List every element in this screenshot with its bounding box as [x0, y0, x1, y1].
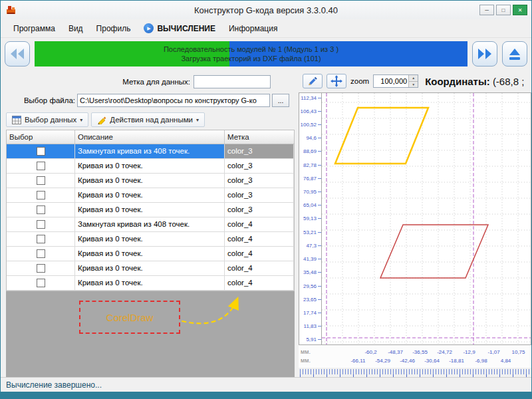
close-button[interactable]: ✕	[513, 5, 527, 15]
edit-button[interactable]	[303, 74, 323, 88]
horizontal-ruler-label: -60,2	[358, 349, 383, 355]
app-icon	[6, 5, 17, 15]
row-select-cell	[7, 217, 75, 231]
annotation-arrow	[6, 291, 295, 377]
window-border-bottom	[1, 392, 531, 398]
row-checkbox[interactable]	[37, 249, 45, 258]
row-select-cell	[7, 247, 75, 261]
spinner-buttons: ▲ ▼	[408, 75, 418, 87]
data-label-input[interactable]	[194, 75, 271, 88]
horizontal-ruler-label: -54,29	[370, 358, 395, 364]
vertical-ruler-label: 41,39	[299, 256, 321, 263]
menu-vychislenie[interactable]: ▶ ВЫЧИСЛЕНИЕ	[138, 21, 221, 36]
horizontal-ruler-label: -30,64	[420, 358, 444, 364]
table-row[interactable]: Кривая из 0 точек.color_4	[7, 247, 294, 261]
row-checkbox[interactable]	[37, 176, 45, 185]
data-toolbar: Выбор данных ▾ Действия над данными ▾	[6, 111, 295, 128]
yellow-parallelogram[interactable]	[335, 108, 428, 164]
row-select-cell	[7, 174, 75, 188]
row-select-cell	[7, 188, 75, 202]
unit-label-mm: мм.	[301, 348, 321, 356]
vertical-ruler-label: 47,3	[299, 242, 321, 249]
table-row[interactable]: Замкнутая кривая из 408 точек.color_3	[7, 144, 294, 159]
statusbar: Вычисление завершено...	[1, 377, 531, 392]
module-progress-bar: Последовательность модулей № 1 (Модуль 1…	[35, 41, 467, 66]
row-checkbox[interactable]	[37, 279, 45, 287]
row-select-cell	[7, 203, 75, 217]
row-description: Замкнутая кривая из 408 точек.	[75, 217, 225, 231]
row-select-cell	[7, 261, 75, 275]
row-description: Кривая из 0 точек.	[75, 247, 225, 261]
canvas-wrap: 112,34106,43100,5294,688,6982,7876,8770,…	[299, 92, 531, 345]
pencil-yellow-icon	[97, 115, 106, 124]
table-row[interactable]: Замкнутая кривая из 408 точек.color_4	[7, 217, 294, 232]
table-row[interactable]: Кривая из 0 точек.color_4	[7, 276, 294, 291]
horizontal-ruler-label: -18,81	[444, 358, 469, 364]
prev-module-button[interactable]	[5, 41, 30, 66]
vertical-ruler-label: 5,91	[299, 336, 321, 343]
row-checkbox[interactable]	[37, 147, 45, 156]
vertical-ruler-label: 23,65	[299, 296, 321, 303]
ruler-units: мм. мм.	[299, 345, 321, 368]
browse-button[interactable]: ...	[272, 94, 289, 107]
window-controls: ─ □ ✕	[479, 5, 527, 15]
table-row[interactable]: Кривая из 0 точек.color_3	[7, 203, 294, 217]
column-header-vybor[interactable]: Выбор	[7, 130, 75, 144]
maximize-button[interactable]: □	[496, 5, 511, 15]
file-path-input[interactable]	[77, 94, 270, 107]
data-actions-dropdown[interactable]: Действия над данными ▾	[91, 112, 205, 127]
spinner-down-button[interactable]: ▼	[408, 82, 418, 88]
row-label: color_4	[225, 217, 294, 231]
double-right-arrow-icon	[475, 44, 495, 64]
menu-profil[interactable]: Профиль	[90, 21, 137, 36]
pan-button[interactable]	[327, 74, 346, 88]
menu-informatsiya[interactable]: Информация	[223, 21, 283, 36]
coordinates-value: (-68,8 ;	[493, 76, 525, 87]
column-header-metka[interactable]: Метка	[225, 130, 294, 144]
row-label: color_3	[225, 174, 294, 188]
zoom-label: zoom	[350, 77, 369, 85]
zoom-spinner[interactable]: 100,000 ▲ ▼	[373, 74, 418, 88]
drawing-canvas[interactable]	[322, 93, 531, 344]
horizontal-ruler-label: 10,75	[506, 349, 531, 355]
table-row[interactable]: Кривая из 0 точек.color_4	[7, 232, 294, 247]
row-checkbox[interactable]	[37, 191, 45, 200]
vertical-ruler-label: 112,34	[299, 94, 321, 101]
spinner-up-button[interactable]: ▲	[408, 75, 418, 82]
eject-button[interactable]	[502, 41, 527, 66]
play-icon: ▶	[144, 23, 154, 33]
chevron-down-icon: ▾	[196, 117, 199, 123]
row-checkbox[interactable]	[37, 235, 45, 243]
data-table: Выбор Описание Метка Замкнутая кривая из…	[6, 130, 295, 291]
menu-vid[interactable]: Вид	[63, 21, 89, 36]
data-label-row: Метка для данных:	[6, 74, 271, 90]
minimize-button[interactable]: ─	[479, 5, 494, 15]
table-row[interactable]: Кривая из 0 точек.color_3	[7, 174, 294, 188]
table-row[interactable]: Кривая из 0 точек.color_3	[7, 159, 294, 174]
chevron-down-icon: ▾	[80, 117, 82, 123]
next-module-button[interactable]	[472, 41, 497, 66]
unit-label-mm: мм.	[301, 356, 321, 365]
row-checkbox[interactable]	[37, 205, 45, 214]
vertical-ruler-label: 29,56	[299, 283, 321, 289]
row-checkbox[interactable]	[37, 220, 45, 229]
progress-text: Последовательность модулей № 1 (Модуль 1…	[35, 41, 467, 66]
red-parallelogram[interactable]	[380, 225, 488, 278]
table-row[interactable]: Кривая из 0 точек.color_4	[7, 261, 294, 276]
horizontal-ruler-label: 4,84	[493, 358, 518, 364]
pencil-icon	[307, 76, 318, 86]
select-data-dropdown[interactable]: Выбор данных ▾	[6, 112, 88, 127]
row-description: Кривая из 0 точек.	[75, 203, 225, 217]
double-left-arrow-icon	[7, 44, 27, 64]
vertical-ruler-label: 88,69	[299, 148, 321, 155]
column-header-opisanie[interactable]: Описание	[75, 130, 225, 144]
table-row[interactable]: Кривая из 0 точек.color_3	[7, 188, 294, 203]
window-title: Конструктор G-кода версия 3.3.0.40	[1, 5, 531, 15]
progress-line1: Последовательность модулей № 1 (Модуль 1…	[35, 45, 467, 54]
row-checkbox[interactable]	[37, 264, 45, 273]
menu-programma[interactable]: Программа	[7, 21, 61, 36]
row-checkbox[interactable]	[37, 162, 45, 170]
data-actions-label: Действия над данными	[110, 116, 193, 124]
module-toolbar: Последовательность модулей № 1 (Модуль 1…	[1, 38, 531, 70]
titlebar: Конструктор G-кода версия 3.3.0.40 ─ □ ✕	[1, 1, 531, 19]
